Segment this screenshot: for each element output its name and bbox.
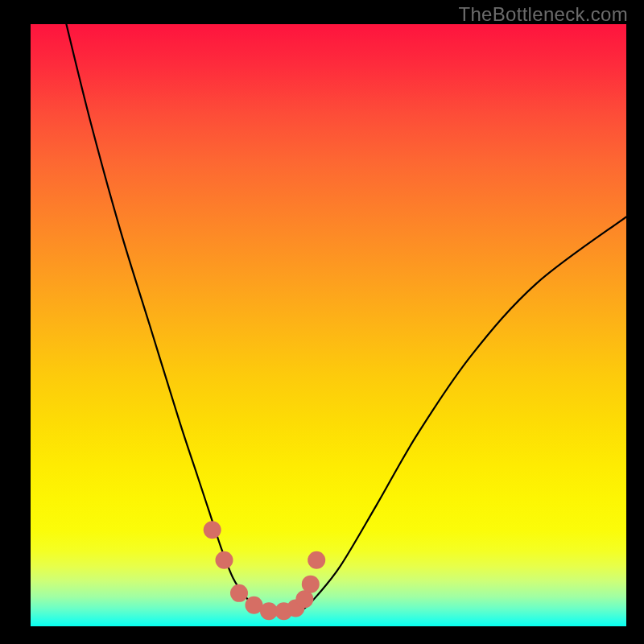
chart-container: TheBottleneck.com: [0, 0, 644, 644]
highlight-dot: [302, 576, 320, 593]
watermark-text: TheBottleneck.com: [458, 3, 628, 26]
highlight-dot: [216, 551, 233, 569]
plot-area: [31, 24, 626, 626]
highlight-dot: [308, 551, 325, 569]
highlight-dot: [295, 590, 313, 608]
bottleneck-curve: [66, 24, 626, 615]
highlight-dot: [204, 521, 221, 539]
highlight-dot: [230, 584, 248, 602]
curve-svg: [31, 24, 626, 626]
bottleneck-curve-group: [66, 24, 626, 615]
highlight-dots-group: [204, 521, 326, 620]
